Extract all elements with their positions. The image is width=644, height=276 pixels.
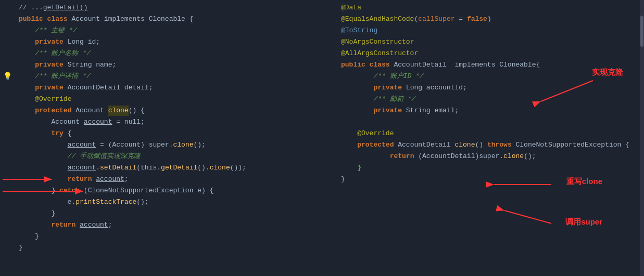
scrollbar-thumb[interactable]: [640, 16, 643, 47]
code-line: return account;: [0, 219, 322, 231]
scrollbar[interactable]: [640, 0, 644, 276]
code-line: try {: [0, 128, 322, 139]
editor-container: // ...getDetail() public class Account i…: [0, 0, 644, 276]
code-line-arrow: account.setDetail(this.getDetail().clone…: [0, 162, 322, 174]
code-line: // ...getDetail(): [0, 2, 322, 14]
code-line: /** 账户名称 */: [0, 48, 322, 59]
code-line: @Data: [322, 2, 644, 14]
code-line: public class Account implements Cloneabl…: [0, 14, 322, 25]
code-line: }: [0, 231, 322, 242]
code-line: @EqualsAndHashCode(callSuper = false): [322, 14, 644, 25]
code-line: return account;: [0, 174, 322, 185]
label-shixian-clone: 实现克隆: [592, 68, 623, 77]
code-line: 💡 /** 账户详情 */: [0, 71, 322, 82]
code-line: // 手动赋值实现深克隆: [0, 151, 322, 162]
code-line: } catch (CloneNotSupportedException e) {: [0, 185, 322, 196]
code-line: private AccountDetail detail;: [0, 82, 322, 94]
code-line: [322, 116, 644, 128]
code-line: private String email;: [322, 105, 644, 116]
code-line: @Override: [322, 128, 644, 139]
code-line: @NoArgsConstructor: [322, 36, 644, 48]
left-pane: // ...getDetail() public class Account i…: [0, 0, 322, 276]
code-line: e.printStackTrace();: [0, 196, 322, 208]
code-line: /** 主键 */: [0, 25, 322, 36]
code-line: private Long accountId;: [322, 82, 644, 94]
code-line: return (AccountDetail)super.clone();: [322, 151, 644, 162]
code-line: Account account = null;: [0, 116, 322, 128]
code-line: protected AccountDetail clone() throws C…: [322, 139, 644, 151]
right-pane: @Data @EqualsAndHashCode(callSuper = fal…: [322, 0, 644, 276]
code-line: @AllArgsConstructor: [322, 48, 644, 59]
label-chongxie-clone: 重写clone: [566, 177, 602, 187]
svg-line-7: [504, 211, 551, 224]
code-line: protected Account clone() {: [0, 105, 322, 116]
code-line: @ToString: [322, 25, 644, 36]
code-line: @Override: [0, 94, 322, 105]
code-line: }: [0, 242, 322, 254]
code-line: account = (Account) super.clone();: [0, 139, 322, 151]
code-line: private String name;: [0, 59, 322, 71]
code-line: }: [322, 162, 644, 174]
code-line: private Long id;: [0, 36, 322, 48]
code-line: }: [0, 208, 322, 219]
label-diaoyong-super: 调用super: [565, 217, 602, 227]
code-line: /** 邮箱 */: [322, 94, 644, 105]
